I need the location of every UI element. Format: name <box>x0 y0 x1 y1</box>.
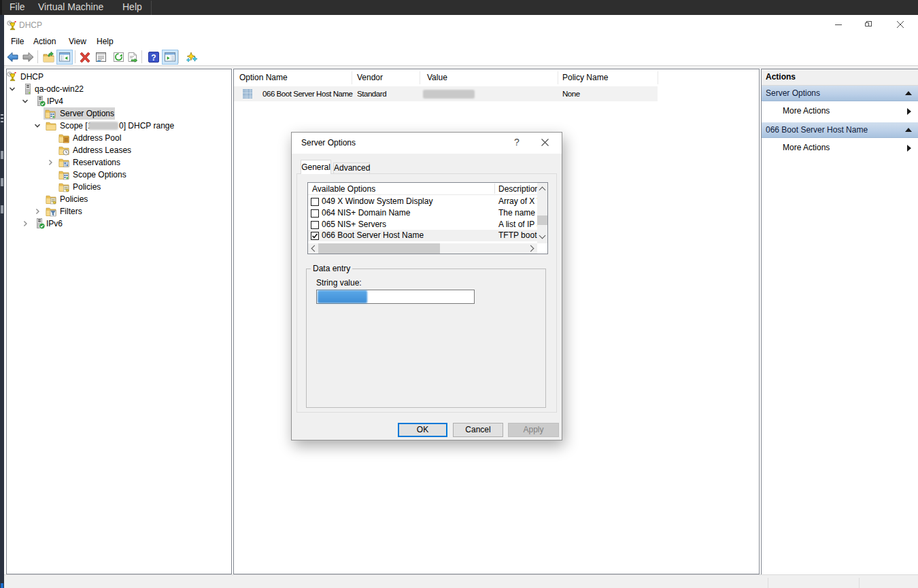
svg-text:?: ? <box>151 53 156 63</box>
